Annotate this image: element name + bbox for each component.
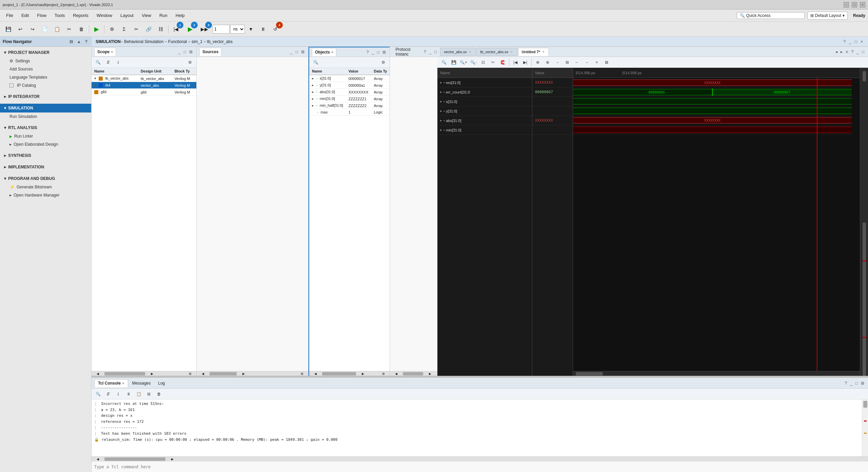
menu-window[interactable]: Window xyxy=(93,12,116,19)
wf-prev-icon[interactable]: ◂ xyxy=(834,49,839,55)
layout-selector[interactable]: ⊞ Default Layout ▾ xyxy=(807,12,848,20)
expand-icon[interactable]: ▾ xyxy=(94,76,96,80)
wf-marker3-btn[interactable]: ⊞ xyxy=(563,58,572,66)
console-minimize-icon[interactable]: _ xyxy=(849,380,853,386)
sim-max-icon[interactable]: □ xyxy=(854,39,858,45)
table-row[interactable]: ▸ dut vector_abs Verilog M xyxy=(92,82,196,89)
nav-up-icon[interactable]: ▲ xyxy=(76,39,82,45)
nav-section-synthesis-header[interactable]: ▸ SYNTHESIS xyxy=(0,151,91,160)
console-pause-btn[interactable]: ⏸ xyxy=(124,390,133,398)
nav-item-open-elaborated[interactable]: ▸ Open Elaborated Design xyxy=(0,140,91,148)
run-btn[interactable]: ▶ xyxy=(91,24,102,35)
sim-unlink-btn[interactable]: ⛓ xyxy=(155,24,166,35)
tab-vector-abs-close[interactable]: × xyxy=(468,49,472,54)
proto-help-icon[interactable]: ? xyxy=(423,49,427,55)
menu-help[interactable]: Help xyxy=(172,12,188,19)
proto-scroll-left[interactable]: ◀ xyxy=(391,368,401,376)
proto-minimize-icon[interactable]: _ xyxy=(428,49,432,55)
wf-goto-btn[interactable]: → xyxy=(553,58,562,66)
wf-extend-btn[interactable]: ⊠ xyxy=(602,58,611,66)
menu-file[interactable]: File xyxy=(3,12,17,19)
menu-tools[interactable]: Tools xyxy=(51,12,68,19)
wf-vscroll-thumb[interactable] xyxy=(863,71,866,81)
console-max-icon[interactable]: □ xyxy=(854,380,859,386)
obj-scroll-thumb[interactable] xyxy=(322,372,356,375)
tcl-input[interactable] xyxy=(94,465,865,469)
sim-help-icon[interactable]: ? xyxy=(842,39,847,45)
wf-hscrollbar[interactable] xyxy=(573,371,860,376)
scroll-expand-btn[interactable]: ⊞ xyxy=(185,368,196,376)
wf-signal-row[interactable]: ▸ ▪ abs[31:0] xyxy=(437,116,532,125)
menu-flow[interactable]: Flow xyxy=(34,12,50,19)
menu-view[interactable]: View xyxy=(138,12,155,19)
objects-close-btn[interactable]: × xyxy=(331,50,333,54)
proto-scroll-thumb[interactable] xyxy=(403,372,423,375)
wf-signal-row[interactable]: ▸ ▪ y[31:0] xyxy=(437,106,532,116)
nav-section-rtl-header[interactable]: ▾ RTL ANALYSIS xyxy=(0,123,91,132)
nav-item-run-linter[interactable]: ▶ Run Linter xyxy=(0,132,91,140)
copy-btn[interactable]: 📄 xyxy=(39,24,50,35)
sources-minimize-icon[interactable]: _ xyxy=(289,49,294,55)
console-float-icon[interactable]: ⊞ xyxy=(860,380,865,386)
obj-settings-btn[interactable]: ⚙ xyxy=(379,58,388,66)
obj-minimize-icon[interactable]: _ xyxy=(371,49,375,55)
tcl-console-tab[interactable]: Tcl Console × xyxy=(94,379,128,387)
wf-marker2-btn[interactable]: ⊕ xyxy=(543,58,552,66)
wf-signal-row[interactable]: ▸ ▪ res[31:0] xyxy=(437,78,532,87)
wf-scissors-btn[interactable]: ✂ xyxy=(489,58,497,66)
nav-section-ip-integrator-header[interactable]: ▸ IP INTEGRATOR xyxy=(0,92,91,101)
table-row[interactable]: ▸ ▪ abs[31:0] XXXXXXXX Array xyxy=(309,89,390,96)
sim-float-icon[interactable]: _ xyxy=(848,39,852,45)
nav-item-settings[interactable]: ⚙ Settings xyxy=(0,57,91,65)
src-scroll-right-btn[interactable]: ▶ xyxy=(238,368,249,376)
console-vscroll-thumb[interactable] xyxy=(863,401,867,408)
scope-search-btn[interactable]: 🔍 xyxy=(94,58,102,66)
expand-icon[interactable]: ▸ xyxy=(312,83,314,87)
log-tab[interactable]: Log xyxy=(155,379,168,387)
obj-hscrollbar[interactable]: ◀ ▶ ⊞ xyxy=(309,371,390,376)
nav-item-run-simulation[interactable]: Run Simulation xyxy=(0,112,91,121)
run-for-btn[interactable]: ▼ xyxy=(245,24,256,35)
obj-scroll-right[interactable]: ▶ xyxy=(357,368,368,376)
console-help-icon[interactable]: ? xyxy=(844,380,848,386)
scope-collapse-btn[interactable]: ⇃ xyxy=(114,58,123,66)
console-expand-all-btn[interactable]: ⇵ xyxy=(104,390,113,398)
expand-icon[interactable]: ▸ xyxy=(312,90,314,94)
scope-max-icon[interactable]: □ xyxy=(183,49,187,55)
wf-zoom-in-btn[interactable]: 🔍+ xyxy=(459,58,468,66)
console-search-btn[interactable]: 🔍 xyxy=(94,390,102,398)
sim-sigma-btn[interactable]: Σ xyxy=(119,24,130,35)
menu-run[interactable]: Run xyxy=(156,12,171,19)
wf-signal-row[interactable]: ▸ ▪ x[31:0] xyxy=(437,97,532,106)
table-row[interactable]: ▸ ▪ min[31:0] ZZZZZZZ1 Array xyxy=(309,96,390,102)
tab-tb-vector-abs-sv[interactable]: tb_vector_abs.sv × xyxy=(476,48,517,56)
sim-settings-btn[interactable]: ⚙ xyxy=(106,24,117,35)
tcl-tab-close-btn[interactable]: × xyxy=(122,381,124,385)
tab-tb-close[interactable]: × xyxy=(510,49,513,54)
wf-marker-btn[interactable]: ⊕ xyxy=(533,58,542,66)
table-row[interactable]: glbl glbl Verilog M xyxy=(92,89,196,96)
wf-minimize-icon[interactable]: _ xyxy=(855,49,860,55)
wf-fit-btn[interactable]: ⊡ xyxy=(479,58,488,66)
nav-item-language-templates[interactable]: Language Templates xyxy=(0,73,91,81)
wf-shift-left-btn[interactable]: ← xyxy=(573,58,581,66)
quick-access-search[interactable]: 🔍 Quick Access xyxy=(737,12,805,19)
wf-expand-icon[interactable]: ▸ xyxy=(440,90,442,94)
sim-close-icon[interactable]: × xyxy=(860,39,864,45)
console-collapse-all-btn[interactable]: ⇃ xyxy=(114,390,123,398)
wf-signal-row[interactable]: ▸ ▪ min[31:0] xyxy=(437,125,532,135)
nav-help-icon[interactable]: ? xyxy=(84,39,88,45)
sources-float-icon[interactable]: ⊞ xyxy=(300,49,305,55)
sim-link-btn[interactable]: 🔗 xyxy=(143,24,154,35)
wf-help-icon[interactable]: ? xyxy=(850,49,854,55)
wf-close-btn[interactable]: × xyxy=(592,58,601,66)
nav-section-project-manager-header[interactable]: ▾ PROJECT MANAGER xyxy=(0,48,91,57)
obj-scroll-expand[interactable]: ⊞ xyxy=(378,368,389,376)
nav-pin-icon[interactable]: ⊟ xyxy=(68,39,74,45)
scope-float-icon[interactable]: ⊞ xyxy=(188,49,194,55)
wf-vscroll[interactable] xyxy=(860,68,868,223)
scope-hscrollbar[interactable]: ◀ ▶ ⊞ xyxy=(92,371,196,376)
console-vscroll[interactable] xyxy=(862,399,868,456)
scope-tab[interactable]: Scope × xyxy=(94,48,116,56)
table-row[interactable]: ▸ ▪ x[31:0] 00000017 Array xyxy=(309,75,390,82)
